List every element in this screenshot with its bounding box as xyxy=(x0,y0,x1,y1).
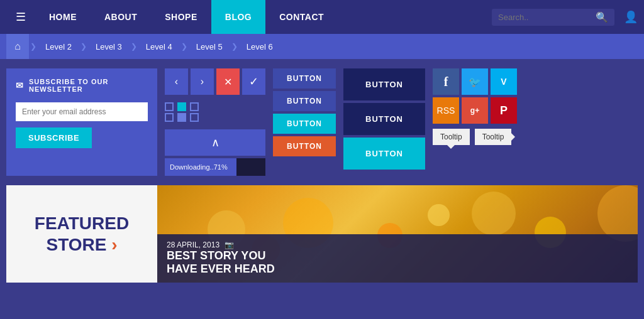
close-button[interactable]: ✕ xyxy=(216,68,240,95)
breadcrumb: ⌂ ❯ Level 2 ❯ Level 3 ❯ Level 4 ❯ Level … xyxy=(0,34,644,59)
featured-arrow: › xyxy=(111,235,117,254)
breadcrumb-level5[interactable]: Level 5 xyxy=(189,42,230,51)
newsletter-title-text: SUBSCRIBE TO OUR NEWSLETTER xyxy=(29,78,148,93)
buttons-column: BUTTON BUTTON BUTTON BUTTON xyxy=(273,68,336,176)
googleplus-button[interactable]: g+ xyxy=(462,97,488,124)
large-button-cyan[interactable]: BUTTON xyxy=(343,138,425,170)
tooltip-row: Tooltip Tooltip xyxy=(433,129,517,145)
progress-bar: Downloading..71% xyxy=(165,158,265,176)
twitter-button[interactable]: 🐦 xyxy=(462,68,488,95)
featured-line1: FEATURED xyxy=(35,214,129,233)
prev-button[interactable]: ‹ xyxy=(165,68,188,95)
breadcrumb-arrow-4: ❯ xyxy=(181,42,187,51)
bottom-section: FEATURED STORE › 28 APRIL, 2013 📷 BEST S… xyxy=(6,185,638,283)
progress-label: Downloading..71% xyxy=(165,163,228,171)
hamburger-icon[interactable]: ☰ xyxy=(6,10,35,24)
large-buttons-column: BUTTON BUTTON BUTTON xyxy=(343,68,425,176)
blog-overlay: 28 APRIL, 2013 📷 BEST STORY YOU HAVE EVE… xyxy=(157,234,638,283)
breadcrumb-arrow-2: ❯ xyxy=(80,42,87,51)
social-row-1: f 🐦 V xyxy=(433,68,517,95)
next-button[interactable]: › xyxy=(191,68,214,95)
large-button-2[interactable]: BUTTON xyxy=(343,103,425,135)
social-column: f 🐦 V RSS g+ P Tooltip Tooltip xyxy=(433,68,517,176)
envelope-icon: ✉ xyxy=(16,80,24,90)
tooltip-2[interactable]: Tooltip xyxy=(475,129,512,145)
nav-item-home[interactable]: HOME xyxy=(35,0,91,34)
checkbox-group-2 xyxy=(177,102,186,122)
search-icon: 🔍 xyxy=(596,11,608,23)
rss-button[interactable]: RSS xyxy=(433,97,459,124)
breadcrumb-arrow-5: ❯ xyxy=(231,42,238,51)
breadcrumb-level4[interactable]: Level 4 xyxy=(138,42,180,51)
progress-empty xyxy=(236,158,265,176)
featured-store[interactable]: FEATURED STORE › xyxy=(6,185,157,283)
button-blue[interactable]: BUTTON xyxy=(273,114,336,134)
nav-item-blog[interactable]: BLOG xyxy=(211,0,265,34)
blog-date-text: 28 APRIL, 2013 xyxy=(167,241,219,249)
breadcrumb-level2[interactable]: Level 2 xyxy=(38,42,79,51)
pinterest-button[interactable]: P xyxy=(491,97,517,124)
checkbox-group-1 xyxy=(165,102,174,122)
checkbox-3[interactable] xyxy=(177,102,186,111)
checkbox-5[interactable] xyxy=(190,102,199,111)
newsletter-title: ✉ SUBSCRIBE TO OUR NEWSLETTER xyxy=(16,78,148,93)
blog-title-line2: HAVE EVER HEARD xyxy=(167,262,275,275)
blog-title-line1: BEST STORY YOU xyxy=(167,249,265,262)
checkboxes-row xyxy=(165,97,265,127)
large-button-1[interactable]: BUTTON xyxy=(343,68,425,100)
checkbox-6[interactable] xyxy=(190,113,199,122)
controls-box: ‹ › ✕ ✓ ∧ Downloading..71% xyxy=(165,68,265,176)
breadcrumb-home[interactable]: ⌂ xyxy=(6,34,29,59)
subscribe-button[interactable]: SUBSCRIBE xyxy=(16,127,92,148)
blog-card[interactable]: 28 APRIL, 2013 📷 BEST STORY YOU HAVE EVE… xyxy=(157,185,638,283)
up-button[interactable]: ∧ xyxy=(165,129,265,156)
checkbox-4[interactable] xyxy=(177,113,186,122)
search-bar: 🔍 xyxy=(492,9,614,26)
breadcrumb-level6[interactable]: Level 6 xyxy=(239,42,280,51)
nav-item-about[interactable]: ABOUT xyxy=(91,0,151,34)
blog-title: BEST STORY YOU HAVE EVER HEARD xyxy=(167,249,628,276)
camera-icon: 📷 xyxy=(225,241,234,249)
check-button[interactable]: ✓ xyxy=(242,68,265,95)
button-orange[interactable]: BUTTON xyxy=(273,136,336,156)
featured-line2: STORE xyxy=(46,235,106,254)
nav-item-shope[interactable]: SHOPE xyxy=(151,0,211,34)
facebook-button[interactable]: f xyxy=(433,68,459,95)
email-field[interactable] xyxy=(16,102,148,121)
featured-text: FEATURED STORE › xyxy=(35,213,129,255)
button-default-1[interactable]: BUTTON xyxy=(273,68,336,89)
nav-item-contact[interactable]: CONTACT xyxy=(265,0,338,34)
tooltip-1[interactable]: Tooltip xyxy=(433,129,470,145)
breadcrumb-arrow-1: ❯ xyxy=(30,42,36,51)
breadcrumb-arrow-3: ❯ xyxy=(131,42,137,51)
breadcrumb-level3[interactable]: Level 3 xyxy=(88,42,130,51)
button-default-2[interactable]: BUTTON xyxy=(273,91,336,111)
main-content: ✉ SUBSCRIBE TO OUR NEWSLETTER SUBSCRIBE … xyxy=(0,59,644,185)
social-row-2: RSS g+ P xyxy=(433,97,517,124)
user-icon[interactable]: 👤 xyxy=(624,10,638,24)
newsletter-box: ✉ SUBSCRIBE TO OUR NEWSLETTER SUBSCRIBE xyxy=(6,68,157,176)
vimeo-button[interactable]: V xyxy=(491,68,517,95)
controls-row-nav: ‹ › ✕ ✓ xyxy=(165,68,265,95)
checkbox-1[interactable] xyxy=(165,102,174,111)
checkbox-2[interactable] xyxy=(165,113,174,122)
checkbox-group-3 xyxy=(190,102,199,122)
navbar: ☰ HOME ABOUT SHOPE BLOG CONTACT 🔍 👤 xyxy=(0,0,644,34)
blog-date: 28 APRIL, 2013 📷 xyxy=(167,241,628,249)
search-input[interactable] xyxy=(498,13,592,22)
